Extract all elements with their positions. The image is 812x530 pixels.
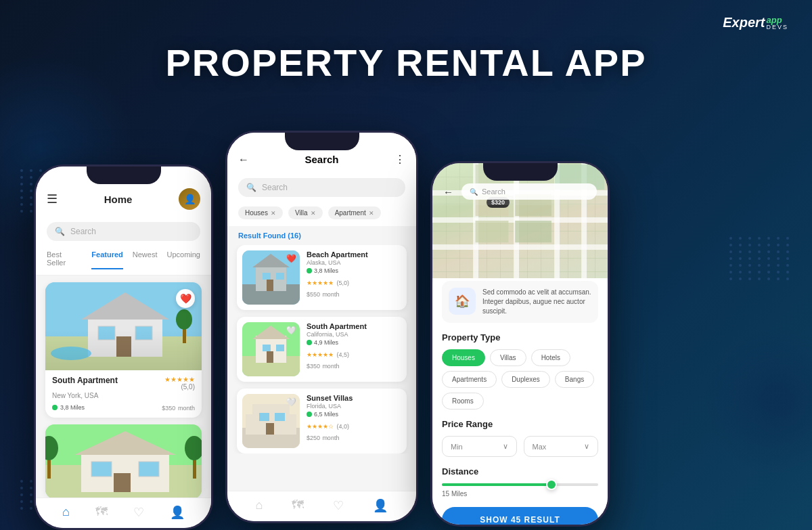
filter-apartment[interactable]: Apartment ✕ <box>328 206 381 219</box>
distance-badge-main: 3,8 Miles <box>52 404 85 411</box>
menu-icon[interactable]: ☰ <box>47 192 58 206</box>
price-range-container: Min ∨ Max ∨ <box>442 436 598 457</box>
listing-info-3: Sunset Villas Florida, USA 6,5 Miles ★★★… <box>307 394 401 442</box>
dist-dot-3 <box>307 412 312 417</box>
listing-dist-2: 4,9 Miles <box>307 339 401 346</box>
phone3-search-bar[interactable]: 🔍 Search <box>461 183 597 200</box>
listing-heart-1[interactable]: ❤️ <box>286 254 296 263</box>
phone1-search-bar[interactable]: 🔍 Search <box>47 222 200 241</box>
show-results-button[interactable]: SHOW 45 RESULT <box>442 507 598 525</box>
listing-rating-3: (4,0) <box>336 423 349 430</box>
price-max-chevron: ∨ <box>584 442 589 451</box>
listing-info-2: South Apartment California, USA 4,9 Mile… <box>307 322 401 370</box>
type-duplexes[interactable]: Duplexes <box>501 371 550 388</box>
logo: Expert app DEVS <box>723 15 788 30</box>
nav-map-icon[interactable]: 🗺 <box>95 505 108 520</box>
phone-home: ☰ Home 👤 🔍 Search Best Seller Featured N… <box>34 164 213 530</box>
search-icon-3: 🔍 <box>470 188 478 196</box>
price-main: $350 month <box>162 402 195 412</box>
svg-rect-4 <box>98 326 115 340</box>
filter-villa-remove[interactable]: ✕ <box>311 210 316 217</box>
listing-2[interactable]: 🤍 South Apartment California, USA 4,9 Mi… <box>237 317 407 382</box>
svg-rect-16 <box>114 473 131 492</box>
phone-filter-screen: $320 ← 🔍 Search 🏠 Sed commodo ac velit a… <box>432 163 608 525</box>
listing-name-2: South Apartment <box>307 322 401 330</box>
results-count: (16) <box>288 231 301 240</box>
svg-rect-1 <box>45 336 202 370</box>
type-hotels[interactable]: Hotels <box>531 349 570 366</box>
phone-search: ← Search ⋮ 🔍 Search Houses ✕ Villa ✕ <box>225 131 418 523</box>
listing-name-3: Sunset Villas <box>307 394 401 402</box>
phone2-filter-tags: Houses ✕ Villa ✕ Apartment ✕ <box>227 202 416 226</box>
search-icon-2: 🔍 <box>246 183 256 192</box>
phone3-back-arrow[interactable]: ← <box>443 186 453 198</box>
listing-stars-2: ★★★★★ <box>307 351 334 358</box>
user-avatar[interactable]: 👤 <box>179 188 200 210</box>
nav-home-icon[interactable]: ⌂ <box>62 505 70 520</box>
tab-upcoming[interactable]: Upcoming <box>166 250 200 269</box>
tab-best-seller[interactable]: Best Seller <box>47 250 82 269</box>
nav2-user-icon[interactable]: 👤 <box>373 498 388 513</box>
phone1-search-container: 🔍 Search <box>36 217 211 246</box>
tab-newest[interactable]: Newest <box>133 250 158 269</box>
rating-main: (5,0) <box>164 383 195 391</box>
small-card[interactable] <box>45 424 202 499</box>
listing-stars-3: ★★★★☆ <box>307 423 334 430</box>
tab-featured[interactable]: Featured <box>91 250 122 269</box>
listing-dist-1: 3,8 Miles <box>307 267 401 274</box>
property-type-title: Property Type <box>442 332 598 343</box>
filter-houses-remove[interactable]: ✕ <box>271 210 276 217</box>
svg-rect-48 <box>515 221 551 242</box>
listing-3[interactable]: 🤍 Sunset Villas Florida, USA 6,5 Miles ★… <box>237 389 407 454</box>
type-bangs[interactable]: Bangs <box>555 371 594 388</box>
type-rooms[interactable]: Rooms <box>442 393 484 410</box>
phone2-search-bar[interactable]: 🔍 Search <box>238 178 405 197</box>
more-icon[interactable]: ⋮ <box>394 153 405 166</box>
price-min-select[interactable]: Min ∨ <box>442 436 517 457</box>
phone3-search-placeholder: Search <box>482 187 505 196</box>
listing-heart-3[interactable]: 🤍 <box>286 397 296 407</box>
listing-1[interactable]: ❤️ Beach Apartment Alaska, USA 3,8 Miles… <box>237 245 407 310</box>
listing-rating-2: (4,5) <box>336 351 349 358</box>
svg-rect-5 <box>135 326 152 340</box>
house-image-2 <box>45 424 202 499</box>
card-info-main: South Apartment ★★★★★ (5,0) New York, US… <box>45 370 202 418</box>
slider-fill <box>442 483 551 486</box>
distance-slider[interactable] <box>442 483 598 486</box>
svg-rect-14 <box>91 462 112 477</box>
filter-apartment-remove[interactable]: ✕ <box>369 210 374 217</box>
listing-thumb-2: 🤍 <box>242 322 300 376</box>
logo-app-text: app <box>766 16 782 24</box>
slider-thumb[interactable] <box>546 479 557 490</box>
card-name-main: South Apartment <box>52 376 118 385</box>
filter-villa[interactable]: Villa ✕ <box>288 206 323 219</box>
svg-rect-6 <box>116 336 131 357</box>
phone1-search-placeholder: Search <box>70 227 96 236</box>
listing-unit-3: month <box>322 435 339 441</box>
phone3-content: 🏠 Sed commodo ac velit at accumsan. Inte… <box>432 271 608 525</box>
listing-heart-2[interactable]: 🤍 <box>286 326 296 335</box>
svg-rect-25 <box>263 273 271 280</box>
nav2-home-icon[interactable]: ⌂ <box>256 498 263 513</box>
filter-houses[interactable]: Houses ✕ <box>238 206 283 219</box>
nav2-heart-icon[interactable]: ♡ <box>333 498 344 513</box>
filter-houses-label: Houses <box>245 209 268 217</box>
listing-price-1: $550 month <box>307 289 401 299</box>
nav-heart-icon[interactable]: ♡ <box>133 505 144 520</box>
phone1-bottom-nav: ⌂ 🗺 ♡ 👤 <box>36 498 211 528</box>
phone1-tabs: Best Seller Featured Newest Upcoming <box>36 246 211 275</box>
type-apartments[interactable]: Apartments <box>442 371 497 388</box>
price-max-select[interactable]: Max ∨ <box>524 436 599 457</box>
back-arrow-icon[interactable]: ← <box>238 154 249 166</box>
price-range-title: Price Range <box>442 419 598 429</box>
featured-card[interactable]: ❤️ South Apartment ★★★★★ (5,0) New York,… <box>45 282 202 418</box>
distance-text-main: 3,8 Miles <box>60 404 85 411</box>
type-villas[interactable]: Villas <box>490 349 526 366</box>
type-houses[interactable]: Houses <box>442 349 485 366</box>
favorite-icon-main[interactable]: ❤️ <box>176 289 195 308</box>
svg-rect-15 <box>139 462 159 477</box>
listing-info-1: Beach Apartment Alaska, USA 3,8 Miles ★★… <box>307 250 401 299</box>
nav2-map-icon[interactable]: 🗺 <box>292 498 304 513</box>
nav-user-icon[interactable]: 👤 <box>170 505 185 520</box>
svg-rect-42 <box>266 423 274 435</box>
